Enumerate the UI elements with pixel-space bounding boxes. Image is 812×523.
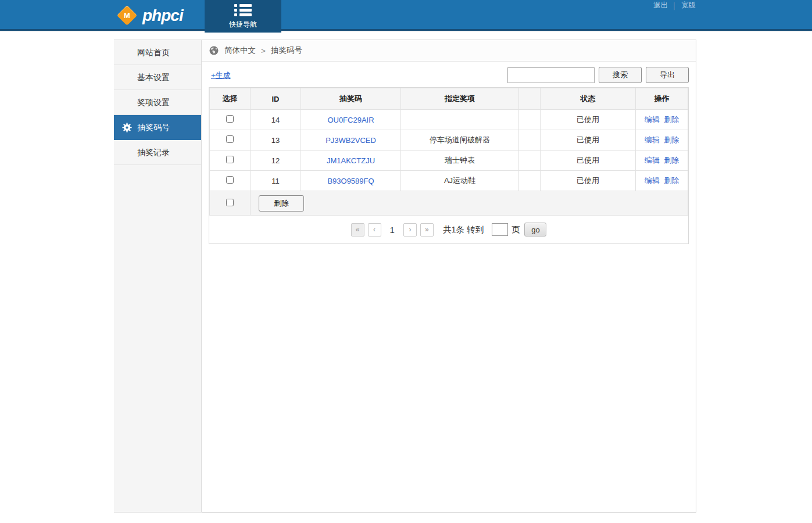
sidebar-item-label: 抽奖码号 bbox=[137, 123, 170, 132]
cell-empty bbox=[519, 110, 541, 130]
select-all-checkbox[interactable] bbox=[226, 199, 234, 206]
code-link[interactable]: PJ3WB2VCED bbox=[325, 136, 376, 145]
col-header-code: 抽奖码 bbox=[301, 88, 401, 110]
bulk-delete-button[interactable]: 删除 bbox=[259, 195, 304, 212]
sidebar-item-label: 网站首页 bbox=[137, 48, 170, 57]
cell-status: 已使用 bbox=[541, 171, 636, 191]
col-header-actions: 操作 bbox=[636, 88, 688, 110]
go-button[interactable]: go bbox=[524, 223, 546, 237]
first-page-button[interactable]: « bbox=[351, 223, 364, 237]
col-header-empty bbox=[519, 88, 541, 110]
search-button[interactable]: 搜索 bbox=[599, 67, 642, 83]
cell-id: 12 bbox=[251, 151, 301, 171]
col-header-status: 状态 bbox=[541, 88, 636, 110]
header-shadow-line bbox=[0, 31, 812, 31]
edit-link[interactable]: 编辑 bbox=[645, 156, 660, 164]
table-row: 12 JM1AKCTZJU 瑞士钟表 已使用 编辑 删除 bbox=[210, 151, 688, 171]
delete-link[interactable]: 删除 bbox=[664, 176, 679, 185]
breadcrumb: 简体中文 > 抽奖码号 bbox=[202, 40, 696, 62]
current-page-number: 1 bbox=[390, 225, 395, 235]
prev-page-button[interactable]: ‹ bbox=[368, 223, 381, 237]
table-row: 11 B93O9589FQ AJ运动鞋 已使用 编辑 删除 bbox=[210, 171, 688, 191]
search-input[interactable] bbox=[507, 67, 595, 83]
top-right-links: 退出 │ 宽版 bbox=[653, 1, 696, 10]
cell-id: 13 bbox=[251, 130, 301, 151]
codes-table: 选择 ID 抽奖码 指定奖项 状态 操作 14 OU0FC29AIR bbox=[209, 88, 688, 216]
pagination-total-text: 共1条 转到 bbox=[443, 224, 484, 235]
codes-table-box: 选择 ID 抽奖码 指定奖项 状态 操作 14 OU0FC29AIR bbox=[209, 87, 689, 244]
list-icon bbox=[234, 4, 252, 16]
table-header-row: 选择 ID 抽奖码 指定奖项 状态 操作 bbox=[210, 88, 688, 110]
code-link[interactable]: JM1AKCTZJU bbox=[327, 156, 375, 165]
sidebar-item-home[interactable]: 网站首页 bbox=[114, 40, 201, 65]
next-page-button[interactable]: › bbox=[403, 223, 417, 237]
sidebar-item-label: 基本设置 bbox=[137, 73, 170, 82]
quick-nav-button[interactable]: 快捷导航 bbox=[205, 0, 281, 33]
table-row: 14 OU0FC29AIR 已使用 编辑 删除 bbox=[210, 110, 688, 130]
delete-link[interactable]: 删除 bbox=[664, 115, 679, 124]
col-header-select: 选择 bbox=[210, 88, 251, 110]
delete-link[interactable]: 删除 bbox=[664, 135, 679, 144]
cell-status: 已使用 bbox=[541, 110, 636, 130]
edit-link[interactable]: 编辑 bbox=[645, 115, 660, 124]
logo-text: phpci bbox=[142, 6, 183, 25]
sidebar-item-lottery-codes[interactable]: 抽奖码号 bbox=[114, 115, 201, 140]
cell-prize bbox=[401, 110, 519, 130]
main-panel: 简体中文 > 抽奖码号 +生成 搜索 导出 选择 ID bbox=[202, 40, 696, 513]
generate-link[interactable]: +生成 bbox=[211, 70, 231, 81]
wide-version-link[interactable]: 宽版 bbox=[681, 1, 696, 10]
delete-link[interactable]: 删除 bbox=[664, 156, 679, 164]
code-link[interactable]: OU0FC29AIR bbox=[327, 116, 374, 124]
breadcrumb-current: 抽奖码号 bbox=[271, 45, 302, 56]
cell-status: 已使用 bbox=[541, 130, 636, 151]
sidebar-item-label: 奖项设置 bbox=[137, 98, 170, 107]
cell-prize: AJ运动鞋 bbox=[401, 171, 519, 191]
logout-link[interactable]: 退出 bbox=[653, 1, 668, 10]
export-button[interactable]: 导出 bbox=[646, 67, 689, 83]
cell-empty bbox=[519, 130, 541, 151]
row-checkbox[interactable] bbox=[226, 115, 234, 123]
page-number-input[interactable] bbox=[492, 223, 508, 236]
page-unit-label: 页 bbox=[511, 224, 520, 235]
cell-empty bbox=[519, 151, 541, 171]
breadcrumb-lang: 简体中文 bbox=[224, 45, 256, 56]
edit-link[interactable]: 编辑 bbox=[645, 176, 660, 185]
code-link[interactable]: B93O9589FQ bbox=[327, 177, 374, 185]
last-page-button[interactable]: » bbox=[420, 223, 434, 237]
cell-prize: 瑞士钟表 bbox=[401, 151, 519, 171]
cell-prize: 停车场道闸破解器 bbox=[401, 130, 519, 151]
col-header-prize: 指定奖项 bbox=[401, 88, 519, 110]
sidebar-item-prize-settings[interactable]: 奖项设置 bbox=[114, 90, 201, 115]
cell-empty bbox=[519, 171, 541, 191]
logo-letter: M bbox=[124, 11, 130, 20]
app-logo: M phpci bbox=[120, 0, 183, 31]
link-separator: │ bbox=[673, 2, 677, 9]
row-checkbox[interactable] bbox=[226, 135, 234, 143]
table-row: 13 PJ3WB2VCED 停车场道闸破解器 已使用 编辑 删除 bbox=[210, 130, 688, 151]
edit-link[interactable]: 编辑 bbox=[645, 135, 660, 144]
row-checkbox[interactable] bbox=[226, 176, 234, 184]
sidebar-item-basic-settings[interactable]: 基本设置 bbox=[114, 65, 201, 90]
cell-status: 已使用 bbox=[541, 151, 636, 171]
sidebar: 网站首页 基本设置 奖项设置 bbox=[114, 40, 202, 513]
sidebar-item-lottery-records[interactable]: 抽奖记录 bbox=[114, 140, 201, 165]
toolbar: +生成 搜索 导出 bbox=[202, 62, 696, 87]
content-wrapper: 网站首页 基本设置 奖项设置 bbox=[114, 40, 696, 513]
col-header-id: ID bbox=[251, 88, 301, 110]
quick-nav-label: 快捷导航 bbox=[229, 20, 257, 30]
pagination: « ‹ 1 › » 共1条 转到 页 go bbox=[209, 216, 688, 243]
breadcrumb-separator: > bbox=[261, 46, 266, 55]
search-area: 搜索 导出 bbox=[507, 67, 689, 83]
globe-icon bbox=[209, 45, 219, 56]
logo-diamond-icon: M bbox=[117, 5, 137, 26]
gear-icon bbox=[122, 123, 132, 132]
cell-id: 11 bbox=[251, 171, 301, 191]
cell-id: 14 bbox=[251, 110, 301, 130]
row-checkbox[interactable] bbox=[226, 156, 234, 163]
top-header-bar: M phpci 快捷导航 退出 │ 宽版 bbox=[0, 0, 812, 31]
sidebar-item-label: 抽奖记录 bbox=[137, 148, 170, 157]
table-footer-row: 删除 bbox=[210, 191, 688, 216]
